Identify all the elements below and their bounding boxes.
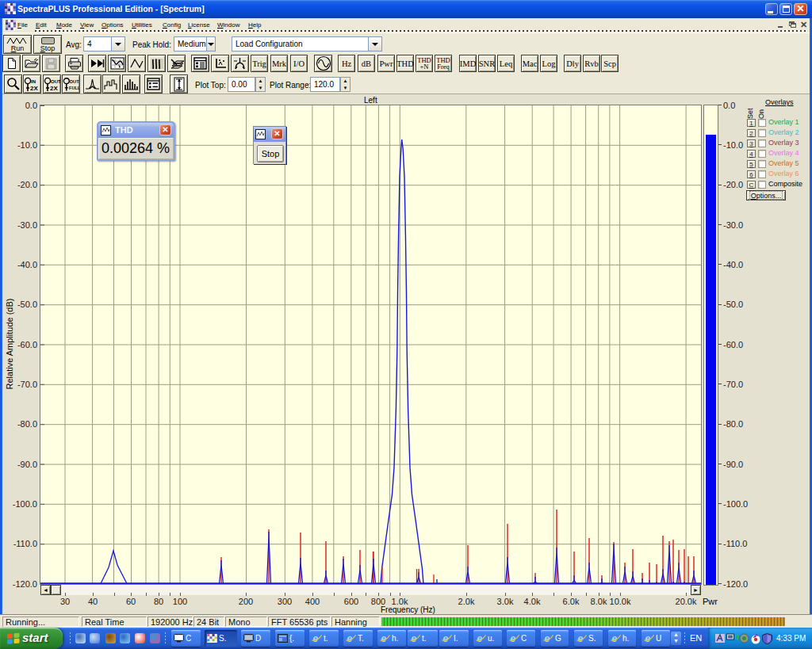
svg-text:e: e: [645, 633, 650, 643]
svg-text:OUT: OUT: [51, 78, 60, 83]
svg-text:2X: 2X: [30, 84, 38, 91]
svg-text:e: e: [477, 633, 482, 643]
svg-text:e: e: [381, 633, 386, 643]
svg-text:FULL: FULL: [69, 85, 79, 90]
svg-text:OUT: OUT: [70, 78, 79, 83]
svg-text:e: e: [347, 633, 352, 643]
svg-text:e: e: [544, 633, 550, 643]
svg-text:e: e: [510, 633, 515, 643]
svg-text:2X: 2X: [50, 84, 58, 91]
svg-text:e: e: [577, 633, 583, 643]
svg-text:IN: IN: [31, 78, 36, 83]
svg-text:e: e: [611, 633, 617, 643]
svg-text:e: e: [411, 633, 416, 643]
svg-text:e: e: [442, 633, 448, 643]
svg-text:e: e: [312, 633, 318, 643]
